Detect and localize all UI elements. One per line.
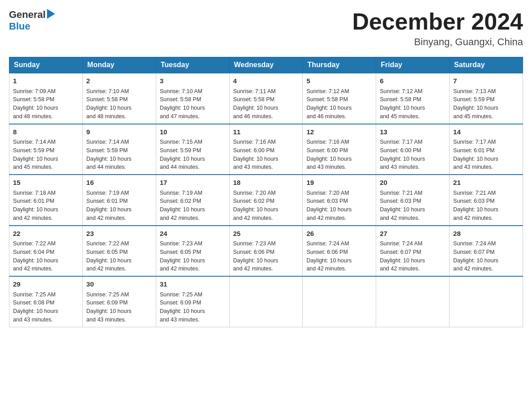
calendar-day-cell: 14Sunrise: 7:17 AM Sunset: 6:01 PM Dayli… bbox=[450, 124, 523, 175]
calendar-week-row: 8Sunrise: 7:14 AM Sunset: 5:59 PM Daylig… bbox=[9, 124, 523, 175]
day-number: 31 bbox=[160, 279, 226, 290]
day-number: 3 bbox=[160, 76, 226, 86]
svg-marker-0 bbox=[47, 9, 55, 19]
calendar-header-saturday: Saturday bbox=[450, 57, 523, 73]
calendar-day-cell bbox=[450, 276, 523, 327]
calendar-day-cell: 26Sunrise: 7:24 AM Sunset: 6:06 PM Dayli… bbox=[303, 226, 376, 277]
calendar-day-cell: 11Sunrise: 7:16 AM Sunset: 6:00 PM Dayli… bbox=[229, 124, 303, 175]
calendar-header-row: SundayMondayTuesdayWednesdayThursdayFrid… bbox=[9, 57, 523, 73]
day-number: 11 bbox=[233, 127, 299, 137]
day-info: Sunrise: 7:14 AM Sunset: 5:59 PM Dayligh… bbox=[13, 138, 79, 171]
day-info: Sunrise: 7:09 AM Sunset: 5:58 PM Dayligh… bbox=[13, 87, 79, 121]
title-block: December 2024 Binyang, Guangxi, China bbox=[352, 9, 523, 48]
day-number: 2 bbox=[86, 76, 152, 86]
day-info: Sunrise: 7:20 AM Sunset: 6:03 PM Dayligh… bbox=[306, 189, 372, 223]
day-info: Sunrise: 7:22 AM Sunset: 6:04 PM Dayligh… bbox=[13, 240, 79, 273]
calendar-day-cell: 13Sunrise: 7:17 AM Sunset: 6:00 PM Dayli… bbox=[376, 124, 450, 175]
calendar-header-tuesday: Tuesday bbox=[156, 57, 229, 73]
day-info: Sunrise: 7:23 AM Sunset: 6:06 PM Dayligh… bbox=[233, 240, 299, 273]
calendar-day-cell: 24Sunrise: 7:23 AM Sunset: 6:05 PM Dayli… bbox=[156, 226, 229, 277]
calendar-week-row: 1Sunrise: 7:09 AM Sunset: 5:58 PM Daylig… bbox=[9, 73, 523, 124]
calendar-header-monday: Monday bbox=[82, 57, 156, 73]
calendar-day-cell: 2Sunrise: 7:10 AM Sunset: 5:58 PM Daylig… bbox=[82, 73, 156, 124]
day-number: 17 bbox=[160, 178, 226, 188]
calendar-day-cell: 7Sunrise: 7:13 AM Sunset: 5:59 PM Daylig… bbox=[450, 73, 523, 124]
day-number: 25 bbox=[233, 229, 299, 239]
calendar-day-cell: 22Sunrise: 7:22 AM Sunset: 6:04 PM Dayli… bbox=[9, 226, 83, 277]
day-info: Sunrise: 7:22 AM Sunset: 6:05 PM Dayligh… bbox=[86, 240, 152, 273]
day-info: Sunrise: 7:25 AM Sunset: 6:09 PM Dayligh… bbox=[160, 291, 226, 324]
calendar-header-wednesday: Wednesday bbox=[229, 57, 303, 73]
location-subtitle: Binyang, Guangxi, China bbox=[352, 36, 523, 48]
day-number: 23 bbox=[86, 229, 152, 239]
calendar-day-cell: 4Sunrise: 7:11 AM Sunset: 5:58 PM Daylig… bbox=[229, 73, 303, 124]
calendar-day-cell: 23Sunrise: 7:22 AM Sunset: 6:05 PM Dayli… bbox=[82, 226, 156, 277]
logo: General Blue bbox=[9, 9, 55, 32]
calendar-day-cell: 5Sunrise: 7:12 AM Sunset: 5:58 PM Daylig… bbox=[303, 73, 376, 124]
day-info: Sunrise: 7:19 AM Sunset: 6:01 PM Dayligh… bbox=[86, 189, 152, 223]
day-info: Sunrise: 7:16 AM Sunset: 6:00 PM Dayligh… bbox=[306, 138, 372, 171]
day-number: 10 bbox=[160, 127, 226, 137]
day-info: Sunrise: 7:16 AM Sunset: 6:00 PM Dayligh… bbox=[233, 138, 299, 171]
day-number: 12 bbox=[306, 127, 372, 137]
calendar-day-cell: 20Sunrise: 7:21 AM Sunset: 6:03 PM Dayli… bbox=[376, 175, 450, 226]
day-number: 26 bbox=[306, 229, 372, 239]
calendar-week-row: 29Sunrise: 7:25 AM Sunset: 6:08 PM Dayli… bbox=[9, 276, 523, 327]
day-info: Sunrise: 7:25 AM Sunset: 6:09 PM Dayligh… bbox=[86, 291, 152, 324]
day-number: 6 bbox=[380, 76, 446, 86]
day-number: 1 bbox=[13, 76, 79, 86]
day-info: Sunrise: 7:10 AM Sunset: 5:58 PM Dayligh… bbox=[86, 87, 152, 121]
calendar-header-thursday: Thursday bbox=[303, 57, 376, 73]
day-number: 16 bbox=[86, 178, 152, 188]
day-number: 7 bbox=[453, 76, 519, 86]
page-header: General Blue December 2024 Binyang, Guan… bbox=[9, 9, 523, 48]
calendar-day-cell: 30Sunrise: 7:25 AM Sunset: 6:09 PM Dayli… bbox=[82, 276, 156, 327]
calendar-day-cell: 19Sunrise: 7:20 AM Sunset: 6:03 PM Dayli… bbox=[303, 175, 376, 226]
day-info: Sunrise: 7:25 AM Sunset: 6:08 PM Dayligh… bbox=[13, 291, 79, 324]
month-year-title: December 2024 bbox=[352, 9, 523, 34]
logo-general-text: General bbox=[9, 9, 46, 21]
day-number: 5 bbox=[306, 76, 372, 86]
day-info: Sunrise: 7:24 AM Sunset: 6:07 PM Dayligh… bbox=[453, 240, 519, 273]
calendar-day-cell: 21Sunrise: 7:21 AM Sunset: 6:03 PM Dayli… bbox=[450, 175, 523, 226]
day-info: Sunrise: 7:21 AM Sunset: 6:03 PM Dayligh… bbox=[380, 189, 446, 223]
day-info: Sunrise: 7:24 AM Sunset: 6:07 PM Dayligh… bbox=[380, 240, 446, 273]
day-number: 20 bbox=[380, 178, 446, 188]
calendar-day-cell: 1Sunrise: 7:09 AM Sunset: 5:58 PM Daylig… bbox=[9, 73, 83, 124]
day-info: Sunrise: 7:24 AM Sunset: 6:06 PM Dayligh… bbox=[306, 240, 372, 273]
day-number: 9 bbox=[86, 127, 152, 137]
calendar-day-cell: 9Sunrise: 7:14 AM Sunset: 5:59 PM Daylig… bbox=[82, 124, 156, 175]
day-number: 13 bbox=[380, 127, 446, 137]
day-info: Sunrise: 7:14 AM Sunset: 5:59 PM Dayligh… bbox=[86, 138, 152, 171]
calendar-day-cell bbox=[303, 276, 376, 327]
calendar-day-cell: 27Sunrise: 7:24 AM Sunset: 6:07 PM Dayli… bbox=[376, 226, 450, 277]
day-info: Sunrise: 7:19 AM Sunset: 6:02 PM Dayligh… bbox=[160, 189, 226, 223]
calendar-day-cell: 17Sunrise: 7:19 AM Sunset: 6:02 PM Dayli… bbox=[156, 175, 229, 226]
day-number: 14 bbox=[453, 127, 519, 137]
calendar-week-row: 22Sunrise: 7:22 AM Sunset: 6:04 PM Dayli… bbox=[9, 226, 523, 277]
day-info: Sunrise: 7:20 AM Sunset: 6:02 PM Dayligh… bbox=[233, 189, 299, 223]
calendar-day-cell: 29Sunrise: 7:25 AM Sunset: 6:08 PM Dayli… bbox=[9, 276, 83, 327]
day-number: 22 bbox=[13, 229, 79, 239]
day-number: 21 bbox=[453, 178, 519, 188]
day-info: Sunrise: 7:10 AM Sunset: 5:58 PM Dayligh… bbox=[160, 87, 226, 121]
calendar-header-friday: Friday bbox=[376, 57, 450, 73]
calendar-table: SundayMondayTuesdayWednesdayThursdayFrid… bbox=[9, 57, 523, 327]
day-info: Sunrise: 7:17 AM Sunset: 6:01 PM Dayligh… bbox=[453, 138, 519, 171]
day-info: Sunrise: 7:12 AM Sunset: 5:58 PM Dayligh… bbox=[380, 87, 446, 121]
logo-blue-text: Blue bbox=[9, 21, 30, 32]
calendar-day-cell: 10Sunrise: 7:15 AM Sunset: 5:59 PM Dayli… bbox=[156, 124, 229, 175]
day-number: 29 bbox=[13, 279, 79, 290]
calendar-day-cell bbox=[376, 276, 450, 327]
day-number: 18 bbox=[233, 178, 299, 188]
calendar-day-cell: 18Sunrise: 7:20 AM Sunset: 6:02 PM Dayli… bbox=[229, 175, 303, 226]
calendar-day-cell: 15Sunrise: 7:18 AM Sunset: 6:01 PM Dayli… bbox=[9, 175, 83, 226]
day-number: 4 bbox=[233, 76, 299, 86]
day-info: Sunrise: 7:18 AM Sunset: 6:01 PM Dayligh… bbox=[13, 189, 79, 223]
day-number: 28 bbox=[453, 229, 519, 239]
day-number: 19 bbox=[306, 178, 372, 188]
logo-arrow-icon bbox=[47, 9, 55, 19]
calendar-day-cell: 16Sunrise: 7:19 AM Sunset: 6:01 PM Dayli… bbox=[82, 175, 156, 226]
calendar-header-sunday: Sunday bbox=[9, 57, 83, 73]
calendar-day-cell: 25Sunrise: 7:23 AM Sunset: 6:06 PM Dayli… bbox=[229, 226, 303, 277]
